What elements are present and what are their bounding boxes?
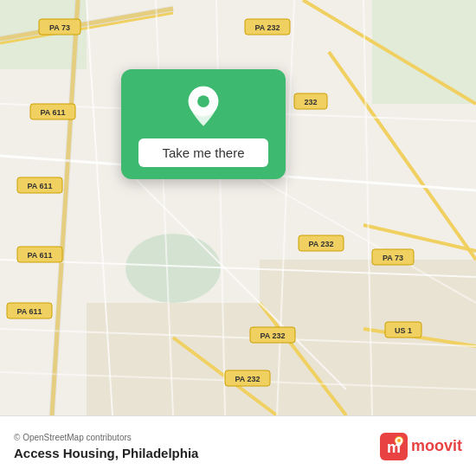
location-pin-icon — [181, 85, 226, 130]
moovit-label: moovit — [411, 437, 462, 455]
osm-credit: © OpenStreetMap contributors — [14, 433, 198, 442]
svg-text:PA 611: PA 611 — [40, 108, 65, 117]
svg-point-53 — [197, 95, 209, 107]
svg-text:PA 232: PA 232 — [260, 331, 285, 340]
svg-text:PA 73: PA 73 — [49, 23, 70, 32]
svg-text:PA 73: PA 73 — [383, 254, 403, 262]
moovit-logo: m moovit — [380, 433, 462, 460]
svg-text:232: 232 — [304, 98, 317, 106]
svg-text:PA 232: PA 232 — [254, 23, 280, 32]
svg-text:PA 611: PA 611 — [16, 307, 42, 316]
moovit-icon: m — [380, 433, 408, 460]
take-me-there-button[interactable]: Take me there — [138, 138, 268, 167]
location-info: © OpenStreetMap contributors Access Hous… — [14, 433, 198, 460]
map-container: PA 73 PA 232 PA 611 PA 611 PA 611 PA 611… — [0, 0, 476, 415]
info-bar: © OpenStreetMap contributors Access Hous… — [0, 415, 476, 476]
svg-point-57 — [397, 439, 401, 442]
svg-text:PA 611: PA 611 — [27, 251, 52, 260]
svg-text:US 1: US 1 — [395, 326, 412, 335]
svg-point-0 — [125, 234, 221, 303]
location-title: Access Housing, Philadelphia — [14, 446, 198, 460]
map-roads: PA 73 PA 232 PA 611 PA 611 PA 611 PA 611… — [0, 0, 476, 415]
svg-text:PA 232: PA 232 — [308, 240, 333, 248]
svg-text:PA 611: PA 611 — [27, 182, 52, 190]
svg-text:PA 232: PA 232 — [235, 375, 260, 383]
location-panel: Take me there — [121, 69, 286, 179]
